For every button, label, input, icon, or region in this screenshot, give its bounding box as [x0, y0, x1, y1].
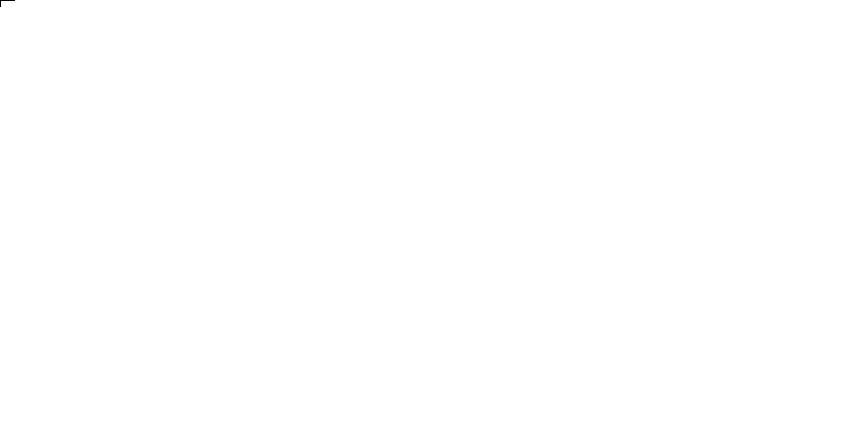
node-enqueue-js-call	[0, 0, 15, 7]
connector-layer	[0, 0, 868, 422]
diagram-canvas	[0, 0, 868, 422]
